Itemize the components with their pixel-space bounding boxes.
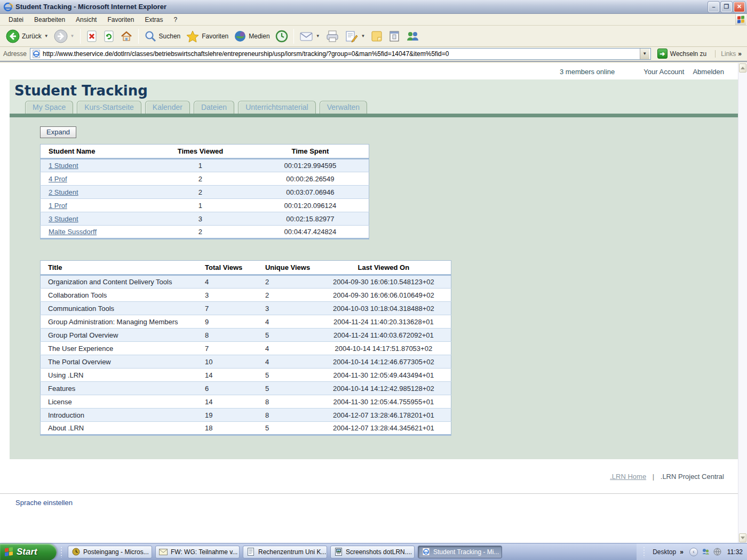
nav-tab[interactable]: Kalender — [145, 101, 190, 114]
edit-dropdown-icon[interactable]: ▼ — [361, 34, 365, 38]
menu-hilfe[interactable]: ? — [168, 14, 182, 25]
refresh-button[interactable] — [100, 28, 117, 44]
desktop-chevron-icon[interactable]: » — [680, 548, 684, 556]
panel-content: Expand Student Name Times Viewed Time Sp… — [10, 117, 738, 459]
last-viewed-value: 2004-11-30 12:05:44.755955+01 — [316, 395, 451, 409]
mail-button[interactable]: ▼ — [297, 29, 323, 44]
notes-button[interactable] — [368, 28, 386, 44]
fullscreen-button[interactable] — [386, 28, 403, 44]
scroll-up-button[interactable] — [739, 63, 746, 73]
student-name-link[interactable]: Malte Sussdorff — [49, 228, 97, 236]
total-views-value: 14 — [196, 369, 256, 382]
hide-icons-button[interactable]: ‹ — [689, 548, 698, 556]
last-viewed-value: 2004-10-14 14:17:51.87053+02 — [316, 342, 451, 355]
menu-ansicht[interactable]: Ansicht — [70, 14, 102, 25]
favorites-button[interactable]: Favoriten — [183, 28, 231, 44]
taskbar-clock[interactable]: 11:32 — [727, 548, 743, 556]
content-row: Using .LRN 14 5 2004-11-30 12:05:49.4434… — [41, 369, 451, 382]
column-header-time-spent: Time Spent — [252, 145, 369, 159]
your-account-link[interactable]: Your Account — [643, 68, 684, 76]
nav-tab[interactable]: Kurs-Startseite — [77, 101, 141, 114]
mail-icon — [299, 30, 313, 42]
home-button[interactable] — [117, 28, 136, 44]
footer-divider — [0, 493, 738, 494]
go-button[interactable]: ➜ Wechseln zu — [654, 47, 710, 60]
media-button[interactable]: Medien — [231, 28, 272, 44]
scroll-down-button[interactable] — [739, 533, 746, 542]
nav-tab[interactable]: Verwalten — [320, 101, 367, 114]
back-dropdown-icon[interactable]: ▼ — [44, 34, 49, 38]
task-student-tracking[interactable]: Student Tracking - Mi... — [418, 546, 502, 558]
menu-favoriten[interactable]: Favoriten — [102, 14, 139, 25]
content-title: Organization and Content Delivery Tools — [41, 275, 196, 289]
print-button[interactable] — [323, 28, 342, 44]
lrn-project-central-link[interactable]: .LRN Project Central — [661, 473, 724, 481]
column-header-last-viewed: Last Viewed On — [316, 261, 451, 275]
restore-button[interactable]: ❐ — [721, 2, 732, 12]
total-views-value: 8 — [196, 329, 256, 342]
student-name-link[interactable]: 2 Student — [49, 188, 78, 196]
menu-bearbeiten[interactable]: Bearbeiten — [29, 14, 70, 25]
links-label[interactable]: Links — [715, 50, 736, 58]
nav-tab[interactable]: Dateien — [194, 101, 234, 114]
column-header-unique-views: Unique Views — [256, 261, 316, 275]
envelope-icon — [159, 548, 168, 556]
task-mail-message[interactable]: FW: WG: Teilnahme v... — [155, 546, 240, 558]
menu-extras[interactable]: Extras — [139, 14, 168, 25]
expand-button[interactable]: Expand — [40, 126, 76, 138]
dotlrn-panel: Student Tracking My SpaceKurs-Startseite… — [10, 79, 738, 459]
content-title: Features — [41, 382, 196, 395]
nav-tab[interactable]: My Space — [25, 101, 73, 114]
links-chevron-icon[interactable]: » — [738, 50, 742, 58]
logout-link[interactable]: Abmelden — [693, 68, 724, 76]
content-title: Group Portal Overview — [41, 329, 196, 342]
history-button[interactable] — [273, 28, 291, 44]
content-row: Group Portal Overview 8 5 2004-11-24 11:… — [41, 329, 451, 342]
student-name-link[interactable]: 1 Student — [49, 162, 78, 170]
footer-separator: | — [653, 473, 654, 481]
messenger-tray-icon[interactable] — [702, 548, 710, 556]
stop-button[interactable] — [83, 28, 100, 44]
network-tray-icon[interactable] — [713, 548, 721, 556]
toolbar-separator — [80, 29, 81, 44]
task-label: Rechenzentrum Uni K... — [258, 548, 326, 556]
page-title: Student Tracking — [14, 83, 738, 99]
back-button[interactable]: Zurück ▼ — [3, 28, 51, 45]
task-screenshots[interactable]: Screenshots dotLRN.... — [330, 546, 415, 558]
minimize-button[interactable]: – — [708, 2, 719, 12]
menu-datei[interactable]: Datei — [3, 14, 29, 25]
task-posteingang[interactable]: Posteingang - Micros... — [68, 546, 152, 558]
start-button[interactable]: Start — [0, 543, 57, 560]
student-name-link[interactable]: 3 Student — [49, 215, 78, 223]
tray-grip — [643, 546, 645, 558]
task-rechenzentrum[interactable]: Rechenzentrum Uni K... — [243, 546, 327, 558]
stop-icon — [86, 30, 98, 43]
close-button[interactable]: ✕ — [734, 2, 745, 12]
last-viewed-value: 2004-09-30 16:06:06.010649+02 — [316, 289, 451, 302]
windows-logo-icon — [735, 14, 746, 25]
content-row: Introduction 19 8 2004-12-07 13:28:46.17… — [41, 409, 451, 422]
forward-dropdown-icon[interactable]: ▼ — [70, 34, 75, 38]
media-icon — [234, 30, 247, 43]
time-spent-value: 00:01:20.096124 — [252, 199, 369, 212]
desktop-toolbar-label[interactable]: Desktop — [653, 548, 676, 556]
panel-header: Student Tracking My SpaceKurs-Startseite… — [10, 79, 738, 114]
content-row: About .LRN 18 5 2004-12-07 13:28:44.3456… — [41, 422, 451, 435]
messenger-button[interactable] — [403, 28, 422, 44]
nav-tab[interactable]: Unterrichtsmaterial — [238, 101, 315, 114]
student-name-link[interactable]: 1 Prof — [49, 202, 67, 210]
vertical-scrollbar[interactable] — [738, 63, 747, 543]
last-viewed-value: 2004-12-07 13:28:44.345621+01 — [316, 422, 451, 435]
back-label: Zurück — [22, 33, 42, 40]
address-input[interactable]: http://www.theservice.de/dotlrn/classes/… — [30, 48, 651, 60]
search-button[interactable]: Suchen — [141, 28, 184, 44]
address-dropdown-icon[interactable]: ▼ — [640, 49, 649, 59]
edit-button[interactable]: ▼ — [342, 28, 368, 44]
student-name-link[interactable]: 4 Prof — [49, 175, 67, 183]
set-language-link[interactable]: Sprache einstellen — [15, 499, 73, 507]
lrn-home-link[interactable]: .LRN Home — [610, 473, 646, 481]
forward-button[interactable]: ▼ — [51, 28, 77, 45]
mail-dropdown-icon[interactable]: ▼ — [316, 34, 320, 38]
unique-views-value: 3 — [256, 302, 316, 315]
times-viewed-value: 2 — [149, 172, 252, 186]
